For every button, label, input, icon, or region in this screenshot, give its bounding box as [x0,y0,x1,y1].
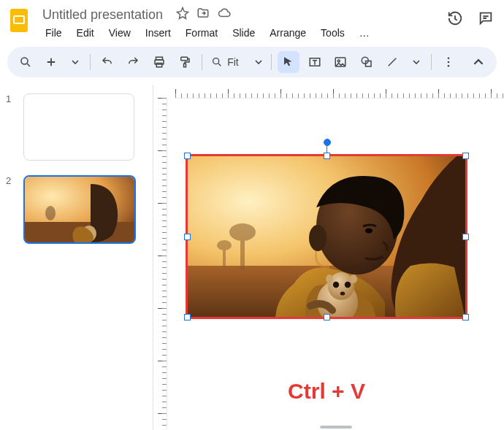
slide-thumb-2[interactable] [23,175,136,244]
svg-point-28 [365,228,373,233]
filmstrip: 1 2 [0,85,153,430]
undo-button[interactable] [96,51,118,73]
thumb-number: 1 [6,93,16,104]
select-tool[interactable] [278,51,299,73]
ruler-vertical [153,98,167,430]
svg-point-24 [229,223,256,241]
resize-handle-e[interactable] [462,234,469,240]
menu-view[interactable]: View [103,24,137,42]
svg-point-2 [21,58,28,64]
menu-file[interactable]: File [39,24,68,42]
redo-button[interactable] [122,51,144,73]
print-button[interactable] [148,51,170,73]
menu-bar: File Edit View Insert Format Slide Arran… [39,24,375,42]
new-slide-button[interactable] [41,51,63,73]
svg-point-8 [213,58,219,64]
svg-point-26 [217,240,232,250]
svg-point-33 [345,282,351,288]
textbox-tool[interactable] [304,51,326,73]
app-logo[interactable] [6,7,32,34]
zoom-dropdown[interactable]: Fit [208,51,265,73]
image-tool[interactable] [329,51,351,73]
pasted-image[interactable] [188,156,465,317]
ruler-horizontal [175,85,504,99]
separator [271,54,272,70]
paint-format-button[interactable] [175,51,196,73]
separator [202,54,202,70]
line-tool[interactable] [382,51,404,73]
speaker-notes-handle[interactable] [320,426,352,429]
resize-handle-w[interactable] [184,234,191,240]
svg-rect-23 [240,237,245,269]
svg-rect-0 [10,9,28,32]
menu-insert[interactable]: Insert [140,24,177,42]
svg-rect-6 [181,57,188,61]
slide-canvas-area: Ctrl + V [153,85,504,430]
zoom-label: Fit [226,56,243,68]
toolbar-overflow[interactable] [438,51,459,73]
shape-tool[interactable] [356,51,378,73]
comments-icon[interactable] [478,10,494,29]
pasted-image-selection[interactable] [186,154,467,319]
svg-point-29 [309,225,327,251]
line-tool-dropdown[interactable] [408,51,425,73]
slide-frame[interactable]: Ctrl + V [186,154,485,319]
star-icon[interactable] [176,7,189,23]
menu-overflow[interactable]: … [354,24,375,42]
svg-rect-7 [184,64,186,67]
menu-format[interactable]: Format [180,24,224,42]
svg-point-35 [326,274,333,283]
toolbar-collapse-button[interactable] [467,51,489,73]
resize-handle-n[interactable] [324,153,330,159]
svg-point-34 [340,291,345,295]
svg-point-19 [45,206,56,220]
svg-point-36 [350,274,357,283]
menu-slide[interactable]: Slide [226,24,261,42]
menu-arrange[interactable]: Arrange [264,24,312,42]
rotation-handle[interactable] [324,139,331,146]
toolbar: Fit [7,47,497,77]
svg-point-16 [447,65,449,67]
doc-title[interactable]: Untitled presentation [39,6,166,23]
separator [90,54,91,70]
svg-point-11 [337,60,340,62]
move-folder-icon[interactable] [196,7,210,23]
slide-thumb-1[interactable] [23,93,134,161]
search-menu-button[interactable] [15,51,37,73]
svg-point-14 [447,57,449,59]
resize-handle-nw[interactable] [184,153,191,159]
menu-edit[interactable]: Edit [71,24,100,42]
thumb-number: 2 [6,175,16,186]
menu-tools[interactable]: Tools [315,24,351,42]
new-slide-dropdown[interactable] [66,51,84,73]
resize-handle-s[interactable] [324,314,330,320]
separator [431,54,432,70]
version-history-icon[interactable] [447,10,463,29]
svg-point-32 [333,282,339,288]
resize-handle-sw[interactable] [184,314,191,320]
svg-point-15 [447,61,449,64]
resize-handle-se[interactable] [462,314,469,320]
cloud-status-icon[interactable] [217,7,232,23]
shortcut-annotation: Ctrl + V [186,379,467,404]
svg-rect-25 [223,247,226,269]
resize-handle-ne[interactable] [462,153,469,159]
